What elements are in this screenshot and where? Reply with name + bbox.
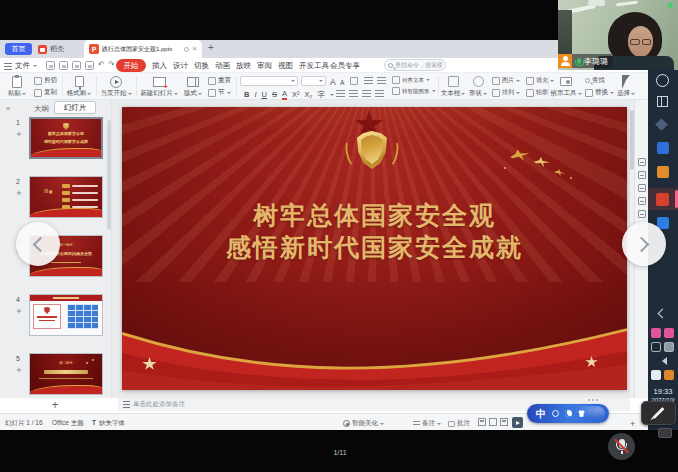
slide-title-line1[interactable]: 树牢总体国家安全观 — [122, 199, 627, 232]
command-search[interactable] — [384, 59, 446, 71]
select-button[interactable]: 选择 — [616, 75, 636, 98]
panel-scrollbar[interactable] — [107, 120, 111, 230]
slideshow-play-button[interactable] — [512, 417, 523, 428]
tray-icon-2[interactable] — [664, 328, 674, 338]
export-button[interactable] — [85, 61, 94, 70]
comments-toggle[interactable]: 批注 — [448, 419, 470, 428]
slide-thumbnail-5[interactable]: 第二部分 — [29, 353, 103, 395]
picture-button[interactable]: 图片 — [492, 76, 520, 85]
task-view-icon[interactable] — [657, 96, 668, 107]
next-slide-nav-button[interactable] — [622, 222, 666, 266]
toolbar-drag-dots[interactable] — [588, 399, 590, 401]
justify-icon[interactable] — [375, 90, 384, 97]
add-slide-button[interactable]: + — [44, 398, 66, 412]
slide-title-line2[interactable]: 感悟新时代国家安全成就 — [122, 231, 627, 264]
print-button[interactable] — [59, 61, 68, 70]
theme-name[interactable]: Office 主题 — [52, 419, 84, 428]
menu-tab-view[interactable]: 视图 — [278, 61, 293, 71]
tray-icon-1[interactable] — [651, 328, 661, 338]
tray-icon-5[interactable] — [651, 370, 661, 380]
reset-button[interactable]: 重置 — [208, 76, 231, 85]
slide-anim-icon-1[interactable] — [16, 131, 22, 137]
play-from-current-button[interactable]: 当页开始 — [99, 75, 133, 98]
file-menu[interactable]: 文件 — [4, 61, 37, 71]
bullet-list-icon[interactable] — [364, 77, 373, 84]
paste-button[interactable]: 粘贴 — [4, 75, 30, 98]
menu-tab-home[interactable]: 开始 — [116, 59, 146, 72]
font-grow-button[interactable]: A — [330, 77, 336, 87]
ime-moon-icon[interactable] — [565, 410, 572, 417]
font-shrink-button[interactable]: A — [340, 79, 344, 86]
save-button[interactable] — [46, 61, 55, 70]
copy-button[interactable]: 复制 — [34, 88, 57, 97]
image-tool-icon[interactable] — [638, 184, 646, 192]
input-method-toolbar[interactable]: 中 — [527, 404, 609, 423]
command-search-input[interactable] — [395, 62, 442, 68]
annotation-pen-tool[interactable] — [641, 401, 676, 425]
pinned-app-icon-3[interactable] — [657, 166, 669, 178]
menu-tab-slideshow[interactable]: 放映 — [236, 61, 251, 71]
align-left-icon[interactable] — [336, 90, 345, 97]
slide-canvas[interactable]: 树牢总体国家安全观 感悟新时代国家安全成就 — [122, 107, 627, 390]
meeting-mic-muted-button[interactable] — [608, 433, 635, 460]
font-color-button[interactable]: A — [282, 89, 287, 100]
underline-button[interactable]: U — [262, 90, 267, 99]
menu-tab-review[interactable]: 审阅 — [257, 61, 272, 71]
annotation-tool-handle[interactable] — [658, 428, 672, 438]
slide-anim-icon-2[interactable] — [16, 190, 22, 196]
clear-format-icon[interactable] — [350, 77, 358, 85]
italic-button[interactable]: I — [254, 90, 256, 99]
present-tools-button[interactable]: 演示工具 — [551, 75, 581, 98]
normal-view-icon[interactable] — [478, 418, 486, 426]
tray-icon-3[interactable] — [651, 342, 661, 352]
ime-mode-label[interactable]: 中 — [536, 407, 546, 421]
align-text-button[interactable]: 对齐文本 — [392, 76, 436, 84]
arrange-button[interactable]: 排列 — [492, 88, 520, 97]
home-button[interactable]: 首页 — [5, 43, 32, 55]
slide-anim-icon-5[interactable] — [16, 367, 22, 373]
menu-tab-transition[interactable]: 切换 — [194, 61, 209, 71]
subscript-button[interactable]: X₂ — [304, 90, 312, 99]
font-family-combo[interactable] — [240, 76, 298, 86]
menu-tab-member[interactable]: 会员专享 — [330, 61, 360, 71]
menu-tab-devtools[interactable]: 开发工具 — [299, 61, 329, 71]
wps-app-icon-active[interactable] — [656, 193, 669, 206]
new-tab-button[interactable]: + — [208, 42, 214, 53]
cut-button[interactable]: 剪切 — [34, 76, 57, 85]
sorter-view-icon[interactable] — [489, 418, 497, 426]
text-box-button[interactable]: 文本框 — [441, 75, 465, 98]
tray-expand-icon[interactable] — [658, 309, 668, 319]
menu-tab-animation[interactable]: 动画 — [215, 61, 230, 71]
volume-icon[interactable] — [658, 357, 667, 365]
slide-thumbnail-2[interactable]: 目录 — [29, 176, 103, 218]
ime-skin-icon[interactable] — [578, 410, 585, 417]
bold-button[interactable]: B — [244, 90, 249, 99]
fill-button[interactable]: 填充 — [526, 76, 554, 85]
ime-tool-icon[interactable] — [552, 410, 559, 417]
menu-tab-insert[interactable]: 插入 — [152, 61, 167, 71]
undo-icon[interactable]: ↶ — [98, 60, 105, 69]
zoom-in-button[interactable]: + — [630, 419, 635, 429]
chart-tool-icon[interactable] — [638, 197, 646, 205]
animation-tool-icon[interactable] — [638, 171, 646, 179]
prev-slide-nav-button[interactable] — [16, 222, 60, 266]
reading-view-icon[interactable] — [500, 418, 508, 426]
to-smartart-button[interactable]: 转智能图形 — [392, 87, 436, 95]
char-spacing-button[interactable]: 字 — [317, 90, 325, 100]
align-center-icon[interactable] — [349, 90, 358, 97]
slide-scrollbar-thumb[interactable] — [630, 110, 634, 170]
tray-icon-6[interactable] — [664, 370, 674, 380]
numbered-list-icon[interactable] — [377, 77, 386, 84]
font-size-combo[interactable] — [301, 76, 326, 86]
clock-time[interactable]: 19:33 — [648, 387, 678, 396]
pinned-app-icon-1[interactable] — [655, 118, 668, 131]
tab-outline[interactable]: 大纲 — [34, 104, 49, 114]
tab-slides[interactable]: 幻灯片 — [54, 101, 96, 114]
shape-button[interactable]: 形状 — [468, 75, 488, 98]
slide-anim-icon-4[interactable] — [16, 308, 22, 314]
slide-thumbnail-1[interactable]: 树牢总体国家安全观 感悟新时代国家安全成就 — [29, 117, 103, 159]
superscript-button[interactable]: X² — [292, 90, 300, 99]
align-right-icon[interactable] — [362, 90, 371, 97]
section-button[interactable]: 节 — [208, 88, 231, 97]
collapse-panel-icon[interactable]: « — [6, 104, 10, 113]
